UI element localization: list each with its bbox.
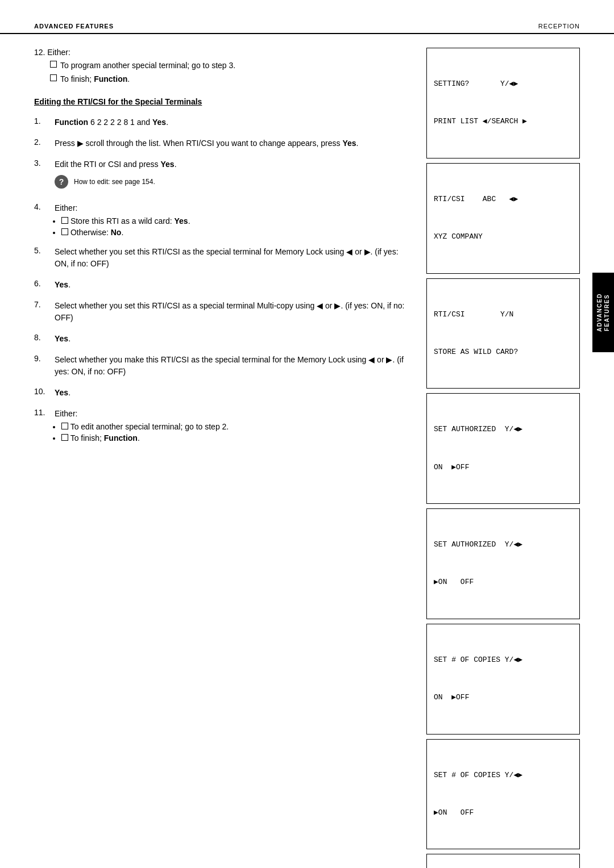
display-box-1: SETTING? Y/◀▶ PRINT LIST ◀/SEARCH ▶	[426, 48, 580, 158]
display-box-8: SET MEM. LOCK Y/◀▶ ON ▶OFF	[426, 854, 580, 868]
step-4-sub-2: Otherwise: No.	[61, 227, 409, 237]
sidebar-tab: ADVANCEDFEATURES	[592, 273, 614, 352]
step-11-num: 11.	[34, 408, 50, 443]
help-icon: ?	[55, 175, 68, 189]
help-text: How to edit: see page 154.	[74, 178, 155, 186]
step-11: 11. Either: To edit another special term…	[34, 408, 409, 443]
step-8-content: Yes.	[55, 333, 409, 345]
step-5-num: 5.	[34, 246, 50, 270]
step-7: 7. Select whether you set this RTI/CSI a…	[34, 300, 409, 324]
header-right: RECEPTION	[538, 23, 580, 30]
step-2: 2. Press ▶ scroll through the list. When…	[34, 137, 409, 149]
checkbox-icon-1	[50, 61, 57, 68]
help-box: ? How to edit: see page 154.	[55, 175, 409, 189]
step-1-num: 1.	[34, 116, 50, 128]
step-10-content: Yes.	[55, 387, 409, 399]
step-6-num: 6.	[34, 279, 50, 291]
step-5: 5. Select whether you set this RTI/CSI a…	[34, 246, 409, 270]
step-3-content: Edit the RTI or CSI and press Yes. ? How…	[55, 158, 409, 193]
step-5-content: Select whether you set this RTI/CSI as t…	[55, 246, 409, 270]
step-9-content: Select whether you make this RTI/CSI as …	[55, 354, 409, 378]
page: ADVANCED FEATURES RECEPTION ADVANCEDFEAT…	[0, 0, 614, 868]
checkbox-icon-4	[61, 228, 68, 235]
page-header: ADVANCED FEATURES RECEPTION	[0, 23, 614, 34]
step-8-num: 8.	[34, 333, 50, 345]
step-11-content: Either: To edit another special terminal…	[55, 408, 409, 443]
step-10-num: 10.	[34, 387, 50, 399]
step-7-num: 7.	[34, 300, 50, 324]
step-10: 10. Yes.	[34, 387, 409, 399]
step-9-num: 9.	[34, 354, 50, 378]
step-1: 1. Function 6 2 2 2 2 8 1 and Yes.	[34, 116, 409, 128]
step-3-num: 3.	[34, 158, 50, 193]
header-left: ADVANCED FEATURES	[34, 23, 114, 30]
item-12-label: 12. Either:	[34, 48, 70, 57]
step-8: 8. Yes.	[34, 333, 409, 345]
display-box-3: RTI/CSI Y/N STORE AS WILD CARD?	[426, 278, 580, 389]
right-column: SETTING? Y/◀▶ PRINT LIST ◀/SEARCH ▶ RTI/…	[426, 48, 580, 868]
step-4-content: Either: Store this RTI as a wild card: Y…	[55, 202, 409, 237]
section-heading: Editing the RTI/CSI for the Special Term…	[34, 97, 409, 106]
item-12-sub-2: To finish; Function.	[50, 73, 409, 85]
checkbox-icon-3	[61, 217, 68, 224]
step-4-num: 4.	[34, 202, 50, 237]
step-3: 3. Edit the RTI or CSI and press Yes. ? …	[34, 158, 409, 193]
display-box-2: RTI/CSI ABC ◀▶ XYZ COMPANY	[426, 163, 580, 274]
step-7-content: Select whether you set this RTI/CSI as a…	[55, 300, 409, 324]
step-11-sub-1: To edit another special terminal; go to …	[61, 421, 409, 431]
step-4: 4. Either: Store this RTI as a wild card…	[34, 202, 409, 237]
step-6: 6. Yes.	[34, 279, 409, 291]
display-box-7: SET # OF COPIES Y/◀▶ ▶ON OFF	[426, 739, 580, 850]
left-column: 12. Either: To program another special t…	[34, 48, 409, 868]
step-2-num: 2.	[34, 137, 50, 149]
step-11-sub-2: To finish; Function.	[61, 432, 409, 443]
display-box-4: SET AUTHORIZED Y/◀▶ ON ▶OFF	[426, 393, 580, 504]
step-4-sub-1: Store this RTI as a wild card: Yes.	[61, 215, 409, 226]
item-12-sub-1: To program another special terminal; go …	[50, 59, 409, 72]
main-content: 12. Either: To program another special t…	[0, 48, 614, 868]
display-box-5: SET AUTHORIZED Y/◀▶ ▶ON OFF	[426, 508, 580, 619]
step-6-content: Yes.	[55, 279, 409, 291]
step-9: 9. Select whether you make this RTI/CSI …	[34, 354, 409, 378]
step-2-content: Press ▶ scroll through the list. When RT…	[55, 137, 409, 149]
checkbox-icon-6	[61, 434, 68, 441]
item-12: 12. Either: To program another special t…	[34, 48, 409, 86]
checkbox-icon-2	[50, 74, 57, 81]
checkbox-icon-5	[61, 423, 68, 429]
step-1-content: Function 6 2 2 2 2 8 1 and Yes.	[55, 116, 409, 128]
display-box-6: SET # OF COPIES Y/◀▶ ON ▶OFF	[426, 624, 580, 735]
